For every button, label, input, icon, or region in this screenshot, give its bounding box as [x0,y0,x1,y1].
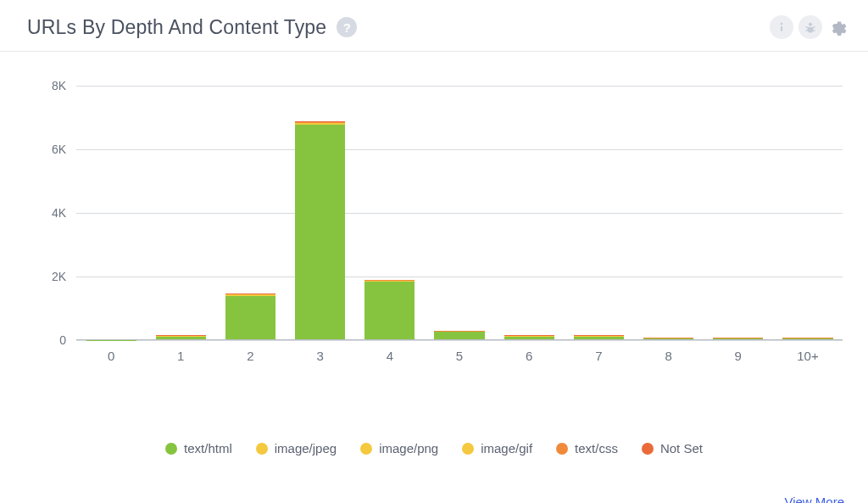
view-more-link[interactable]: View More [784,495,844,503]
title-wrap: URLs By Depth And Content Type ? [27,16,357,39]
y-tick-label: 8K [52,79,66,92]
svg-point-2 [809,23,812,26]
bar-slot [146,86,215,340]
bar-slot [425,86,494,340]
bar-stack[interactable] [225,293,275,340]
x-tick-label: 6 [494,340,564,363]
x-tick-label: 8 [634,340,704,363]
legend-swatch-icon [256,443,268,455]
bar-stack[interactable] [295,121,345,340]
bar-slot [215,86,285,340]
card-header: URLs By Depth And Content Type ? [0,0,868,52]
x-tick-label: 3 [286,340,355,363]
legend-item[interactable]: image/jpeg [256,441,337,455]
bar-slot [355,86,425,340]
legend-swatch-icon [556,443,568,455]
x-tick-label: 0 [76,340,146,363]
bar-segment [295,125,345,340]
legend-label: image/png [379,441,438,455]
legend-label: Not Set [660,441,703,455]
legend-swatch-icon [360,443,372,455]
legend-item[interactable]: image/gif [462,441,532,455]
x-tick-label: 1 [146,340,215,363]
legend-swatch-icon [462,443,474,455]
chart-legend: text/htmlimage/jpegimage/pngimage/giftex… [15,363,853,455]
grid-line [76,340,843,341]
legend-label: text/css [575,441,618,455]
bar-slot [634,86,704,340]
bar-slot [564,86,633,340]
x-tick-label: 7 [564,340,633,363]
legend-label: image/gif [481,441,532,455]
bar-stack[interactable] [364,280,415,340]
chart-area: 02K4K6K8K 012345678910+ text/htmlimage/j… [0,52,868,455]
x-tick-label: 9 [704,340,773,363]
view-more-wrap: View More [0,455,868,503]
bar-slot [286,86,355,340]
y-tick-label: 0 [59,333,66,347]
x-tick-label: 10+ [773,340,843,363]
chart-title: URLs By Depth And Content Type [27,16,326,39]
bar-slot [494,86,564,340]
legend-label: text/html [184,441,232,455]
help-icon[interactable]: ? [337,17,357,37]
legend-swatch-icon [165,443,177,455]
x-axis: 012345678910+ [76,340,843,363]
bar-slot [773,86,843,340]
svg-rect-1 [781,26,782,31]
bar-segment [364,282,415,340]
legend-item[interactable]: text/css [556,441,618,455]
bar-slot [704,86,773,340]
header-actions [770,15,851,39]
bug-icon[interactable] [798,15,822,39]
legend-item[interactable]: image/png [360,441,438,455]
bar-segment [225,296,275,340]
chart-plot: 02K4K6K8K [76,86,843,340]
legend-item[interactable]: Not Set [642,441,703,455]
x-tick-label: 4 [355,340,425,363]
help-icon-glyph: ? [343,21,351,34]
chart-baseline [76,339,843,340]
x-tick-label: 2 [215,340,285,363]
gear-icon[interactable] [827,15,851,39]
x-tick-label: 5 [425,340,494,363]
y-tick-label: 4K [52,206,66,220]
legend-swatch-icon [642,443,654,455]
y-tick-label: 6K [52,143,66,156]
chart-bars [76,86,843,340]
svg-point-0 [781,23,783,25]
chart-card: URLs By Depth And Content Type ? 02K4K6K… [0,0,868,503]
info-icon[interactable] [770,15,793,39]
bar-slot [76,86,146,340]
legend-label: image/jpeg [275,441,337,455]
legend-item[interactable]: text/html [165,441,232,455]
y-tick-label: 2K [52,270,66,283]
